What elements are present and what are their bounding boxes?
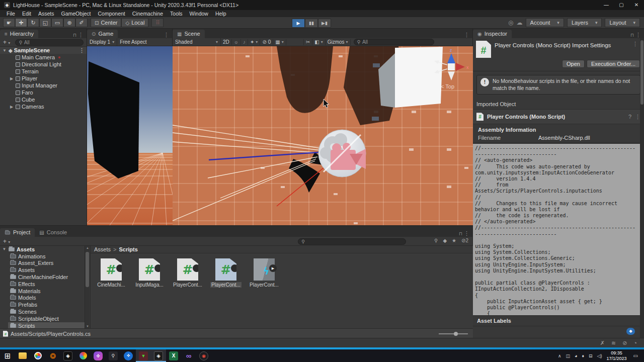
tray-mic-icon[interactable]: ♦: [582, 353, 584, 358]
folder-item[interactable]: Scripts: [8, 322, 85, 328]
folder-item[interactable]: Animations: [8, 253, 85, 260]
collab-icon[interactable]: ◎: [508, 19, 513, 26]
status-visibility-icon[interactable]: ⊘: [622, 340, 627, 346]
asset-item[interactable]: # InputMaga...: [134, 258, 165, 288]
excel-icon[interactable]: X: [166, 349, 181, 362]
recorder-icon[interactable]: ▼: [136, 349, 151, 362]
breadcrumb-current[interactable]: Scripts: [119, 246, 137, 252]
project-filter-icon[interactable]: ★: [452, 238, 456, 243]
thumbnail-size-slider[interactable]: [439, 333, 468, 334]
create-button[interactable]: + ▾: [0, 39, 12, 46]
project-filter-icon[interactable]: ⊘2: [461, 238, 468, 243]
tray-volume-icon[interactable]: ◁): [597, 353, 602, 358]
expand-arrow[interactable]: ▼: [2, 247, 7, 251]
move-tool[interactable]: ✛: [15, 18, 27, 27]
project-filter-icon[interactable]: ⚲: [434, 238, 438, 243]
play-button[interactable]: ▶: [292, 19, 305, 28]
shading-dropdown[interactable]: Shaded▾: [173, 38, 221, 46]
hierarchy-item[interactable]: Input Manager: [7, 82, 87, 89]
asset-item[interactable]: ϟ ▶ PlayerCont...: [249, 258, 280, 288]
tray-display-icon[interactable]: ⊟: [589, 353, 593, 358]
notification-center-icon[interactable]: ▭: [631, 353, 641, 358]
kebab-icon[interactable]: ⋮: [160, 32, 172, 38]
hierarchy-search-input[interactable]: ⚲ All: [15, 39, 84, 46]
tab-game[interactable]: ⊙ Game: [87, 30, 118, 38]
menu-item[interactable]: GameObject: [58, 10, 95, 17]
cloud-icon[interactable]: ☁: [517, 19, 523, 26]
maximize-button[interactable]: ▢: [614, 0, 629, 10]
menu-item[interactable]: Tools: [167, 10, 186, 17]
title-bar[interactable]: ◈ LightHouse - SampleScene - PC, Mac & L…: [0, 0, 644, 10]
expand-arrow[interactable]: ▶: [9, 76, 14, 81]
lock-icon[interactable]: ⊓: [630, 33, 634, 38]
folder-item[interactable]: Effects: [8, 281, 85, 288]
visual-studio-icon[interactable]: ∞: [181, 349, 196, 362]
project-filter-icon[interactable]: ◆: [443, 238, 447, 243]
hierarchy-item[interactable]: ▶ Cameras: [7, 103, 87, 110]
help-icon[interactable]: ?: [628, 114, 631, 120]
editor-tools-button[interactable]: ✂: [303, 39, 312, 45]
status-progress-icon[interactable]: ◔: [633, 340, 637, 346]
folder-item[interactable]: Materials: [8, 288, 85, 295]
file-explorer-icon[interactable]: [15, 349, 30, 362]
folder-item[interactable]: Assets: [8, 266, 85, 274]
chrome-icon[interactable]: [30, 349, 45, 362]
rect-tool[interactable]: ▭: [51, 18, 63, 27]
tray-obs-icon[interactable]: ◫: [566, 353, 570, 358]
gamepad-app-icon[interactable]: ✜: [91, 349, 106, 362]
folder-item[interactable]: Models: [8, 295, 85, 302]
hierarchy-scene-root[interactable]: ▼ ◆ SampleScene ⋮: [0, 47, 87, 54]
custom-tool[interactable]: ✐: [75, 18, 88, 27]
discord-game-icon[interactable]: ✜: [121, 349, 136, 362]
start-button[interactable]: ⊞: [0, 349, 15, 362]
folder-item[interactable]: ScriptableObject: [8, 315, 85, 322]
kebab-icon[interactable]: ⋮: [76, 47, 87, 54]
scene-lighting-toggle[interactable]: ☼: [232, 39, 241, 45]
camera-settings-dropdown[interactable]: ◧▾: [312, 39, 325, 45]
execution-order-button[interactable]: Execution Order...: [587, 60, 640, 68]
scroll-up-arrow[interactable]: ▲: [86, 246, 90, 249]
minimize-button[interactable]: —: [599, 0, 614, 10]
tab-project[interactable]: Project: [0, 228, 35, 237]
scale-tool[interactable]: ◱: [39, 18, 51, 27]
status-activity-icon[interactable]: ≋: [611, 340, 616, 346]
unity-hub-icon[interactable]: ◈: [60, 349, 75, 362]
expand-arrow[interactable]: ▶: [9, 105, 14, 109]
menu-item[interactable]: Edit: [19, 10, 35, 17]
asset-labels-header[interactable]: Asset Labels: [473, 316, 640, 326]
unity-editor-icon[interactable]: ◈: [151, 349, 166, 362]
hierarchy-item[interactable]: Main Camera ●: [7, 54, 87, 61]
tab-hierarchy[interactable]: ≡ Hierarchy: [0, 30, 38, 38]
hierarchy-item[interactable]: Directional Light: [7, 61, 87, 68]
close-button[interactable]: ✕: [629, 0, 644, 10]
blender-icon[interactable]: ❂: [45, 349, 60, 362]
tab-console[interactable]: ▤ Console: [35, 228, 71, 237]
screen-record-icon[interactable]: ◉: [196, 349, 211, 362]
status-debug-icon[interactable]: ✗: [600, 340, 605, 346]
lock-icon[interactable]: ⊓: [459, 231, 462, 236]
menu-item[interactable]: Assets: [35, 10, 58, 17]
folder-item-assets-root[interactable]: ▼ Assets: [0, 246, 85, 253]
hidden-objects-button[interactable]: ⊘0: [260, 39, 273, 45]
tray-app-icon[interactable]: ◕: [575, 353, 577, 358]
scroll-down-arrow[interactable]: ▼: [86, 325, 90, 328]
scrollbar-thumb[interactable]: [640, 40, 643, 105]
grid-dropdown[interactable]: ▦▾: [273, 39, 286, 45]
account-dropdown[interactable]: Account ▾: [526, 18, 564, 27]
asset-labels-tag-button[interactable]: ◆: [626, 328, 635, 335]
hierarchy-item[interactable]: ▶ Player: [7, 75, 87, 82]
scrollbar-thumb[interactable]: [86, 252, 89, 287]
project-tree-scrollbar[interactable]: ▲ ▼: [85, 246, 90, 328]
breadcrumb-assets[interactable]: Assets: [94, 246, 111, 252]
kebab-icon[interactable]: ⋮: [629, 41, 641, 58]
transform-tool[interactable]: ⊕: [63, 18, 75, 27]
rotate-tool[interactable]: ↻: [27, 18, 39, 27]
script-section-header[interactable]: # Player Controls (Mono Script) ? ⋮: [473, 110, 644, 124]
taskbar-clock[interactable]: 09:35 17/1/2023: [607, 350, 627, 361]
scene-search-input[interactable]: ⚲ All: [354, 39, 434, 45]
layout-dropdown[interactable]: Layout ▾: [605, 18, 640, 27]
hand-tool[interactable]: ☛: [3, 18, 15, 27]
menu-item[interactable]: Cinemachine: [129, 10, 167, 17]
layers-dropdown[interactable]: Layers ▾: [567, 18, 602, 27]
display-dropdown[interactable]: Display 1▾: [87, 38, 117, 46]
